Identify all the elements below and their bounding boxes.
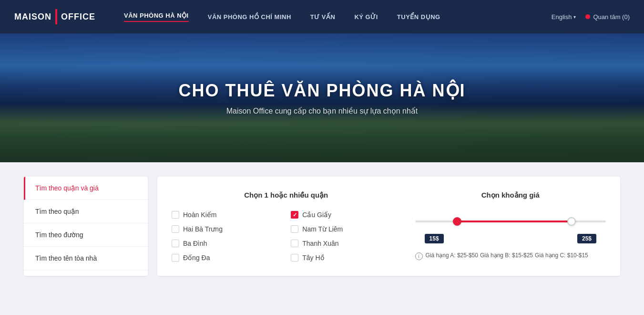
nav-ky-gui[interactable]: KÝ GỬI bbox=[354, 13, 378, 21]
slider-thumb-min[interactable] bbox=[453, 217, 461, 226]
hero-section: CHO THUÊ VĂN PHÒNG HÀ NỘI Maison Office … bbox=[0, 33, 644, 162]
checkbox-ba-dinh-label: Ba Đình bbox=[183, 240, 207, 247]
main-content: Tìm theo quận và giá Tìm theo quận Tìm t… bbox=[0, 162, 644, 290]
checkbox-hai-ba-trung-label: Hai Bà Trưng bbox=[183, 225, 223, 233]
sidebar-label-quan: Tìm theo quận bbox=[35, 208, 79, 215]
price-range-c: Giá hạng C: $10-$15 bbox=[535, 252, 588, 259]
price-min-badge: 15$ bbox=[425, 234, 444, 243]
quan-tam-button[interactable]: Quan tâm (0) bbox=[585, 13, 630, 21]
checkbox-hai-ba-trung-box[interactable] bbox=[172, 225, 179, 233]
checkbox-tay-ho-box[interactable] bbox=[291, 254, 298, 262]
checkbox-dong-da-box[interactable] bbox=[172, 254, 179, 262]
logo-maison: MAISON bbox=[14, 12, 51, 22]
logo[interactable]: MAISON OFFICE bbox=[14, 9, 95, 24]
hero-subtitle: Maison Office cung cấp cho bạn nhiều sự … bbox=[178, 106, 465, 116]
nav-tuyen-dung[interactable]: TUYỂN DỤNG bbox=[397, 13, 440, 21]
slider-fill bbox=[457, 220, 572, 222]
language-arrow: ▾ bbox=[573, 14, 576, 20]
hero-content: CHO THUÊ VĂN PHÒNG HÀ NỘI Maison Office … bbox=[178, 81, 465, 116]
logo-divider bbox=[55, 9, 57, 24]
price-max-badge: 25$ bbox=[577, 234, 596, 243]
checkbox-cau-giay-label: Cầu Giấy bbox=[302, 211, 331, 219]
hero-title: CHO THUÊ VĂN PHÒNG HÀ NỘI bbox=[178, 81, 465, 101]
info-icon-label: i bbox=[418, 254, 419, 259]
nav-tu-van[interactable]: TƯ VẤN bbox=[310, 13, 336, 21]
checkbox-cau-giay[interactable]: ✓ Cầu Giấy bbox=[291, 211, 400, 219]
sidebar-label-toa-nha: Tìm theo tên tòa nhà bbox=[35, 254, 97, 262]
price-range-a: Giá hạng A: $25-$50 bbox=[426, 252, 478, 259]
sidebar-label-quan-gia: Tìm theo quận và giá bbox=[35, 184, 99, 192]
price-ranges: Giá hạng A: $25-$50 Giá hạng B: $15-$25 … bbox=[426, 252, 588, 259]
slider-thumb-max[interactable] bbox=[567, 217, 576, 226]
slider-container bbox=[415, 216, 606, 227]
checkbox-nam-tu-liem-box[interactable] bbox=[291, 225, 298, 233]
price-labels: 15$ 25$ bbox=[415, 234, 606, 243]
price-section: Chọn khoảng giá 15$ 25$ i Giá hạng A: $2… bbox=[415, 191, 606, 262]
checkbox-dong-da[interactable]: Đống Đa bbox=[172, 254, 281, 262]
sidebar-item-duong[interactable]: Tìm theo đường bbox=[24, 223, 148, 247]
language-selector[interactable]: English ▾ bbox=[552, 13, 576, 21]
navbar: MAISON OFFICE VĂN PHÒNG HÀ NỘI VĂN PHÒNG… bbox=[0, 0, 644, 33]
checkbox-thanh-xuan-box[interactable] bbox=[291, 240, 298, 247]
sidebar-item-quan[interactable]: Tìm theo quận bbox=[24, 200, 148, 223]
price-range-b: Giá hạng B: $15-$25 bbox=[480, 252, 533, 259]
checkbox-ba-dinh-box[interactable] bbox=[172, 240, 179, 247]
checkbox-dong-da-label: Đống Đa bbox=[183, 254, 210, 262]
checkbox-hai-ba-trung[interactable]: Hai Bà Trưng bbox=[172, 225, 281, 233]
sidebar-label-duong: Tìm theo đường bbox=[35, 231, 83, 239]
nav-links: VĂN PHÒNG HÀ NỘI VĂN PHÒNG HỒ CHÍ MINH T… bbox=[124, 12, 552, 22]
quan-tam-label: Quan tâm (0) bbox=[593, 13, 630, 21]
price-title: Chọn khoảng giá bbox=[415, 191, 606, 200]
logo-office: OFFICE bbox=[61, 12, 95, 22]
sidebar-item-quan-gia[interactable]: Tìm theo quận và giá bbox=[24, 177, 148, 200]
district-checkbox-grid: Hoàn Kiếm ✓ Cầu Giấy Hai Bà Trưng Nam Từ… bbox=[172, 211, 401, 262]
language-label: English bbox=[552, 13, 572, 21]
district-section: Chọn 1 hoặc nhiều quận Hoàn Kiếm ✓ Cầu G… bbox=[172, 191, 401, 262]
checkbox-thanh-xuan[interactable]: Thanh Xuân bbox=[291, 240, 400, 247]
checkbox-cau-giay-check: ✓ bbox=[293, 212, 297, 218]
checkbox-ba-dinh[interactable]: Ba Đình bbox=[172, 240, 281, 247]
checkbox-tay-ho-label: Tây Hồ bbox=[302, 254, 324, 262]
checkbox-cau-giay-box[interactable]: ✓ bbox=[291, 211, 298, 219]
nav-ha-noi[interactable]: VĂN PHÒNG HÀ NỘI bbox=[124, 12, 189, 22]
info-icon: i bbox=[415, 252, 423, 260]
quan-tam-dot bbox=[585, 14, 590, 19]
checkbox-hoan-kiem[interactable]: Hoàn Kiếm bbox=[172, 211, 281, 219]
nav-ho-chi-minh[interactable]: VĂN PHÒNG HỒ CHÍ MINH bbox=[208, 13, 291, 21]
checkbox-nam-tu-liem-label: Nam Từ Liêm bbox=[302, 225, 343, 233]
district-title: Chọn 1 hoặc nhiều quận bbox=[172, 191, 401, 200]
price-info: i Giá hạng A: $25-$50 Giá hạng B: $15-$2… bbox=[415, 252, 606, 260]
checkbox-tay-ho[interactable]: Tây Hồ bbox=[291, 254, 400, 262]
checkbox-hoan-kiem-box[interactable] bbox=[172, 211, 179, 219]
checkbox-thanh-xuan-label: Thanh Xuân bbox=[302, 240, 338, 247]
sidebar: Tìm theo quận và giá Tìm theo quận Tìm t… bbox=[24, 177, 148, 276]
sidebar-item-toa-nha[interactable]: Tìm theo tên tòa nhà bbox=[24, 247, 148, 270]
slider-track bbox=[415, 220, 606, 222]
navbar-right: English ▾ Quan tâm (0) bbox=[552, 13, 630, 21]
checkbox-hoan-kiem-label: Hoàn Kiếm bbox=[183, 211, 216, 219]
checkbox-nam-tu-liem[interactable]: Nam Từ Liêm bbox=[291, 225, 400, 233]
filter-panel: Chọn 1 hoặc nhiều quận Hoàn Kiếm ✓ Cầu G… bbox=[157, 177, 620, 276]
